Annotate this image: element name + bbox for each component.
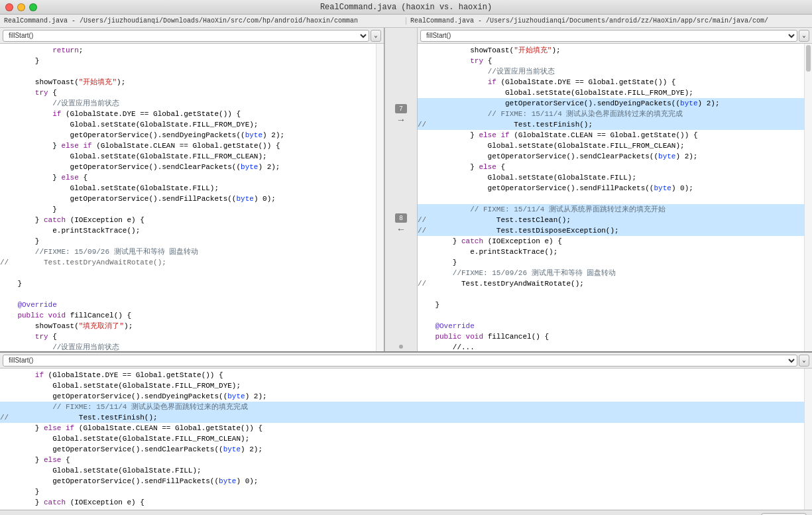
minimize-button[interactable] (17, 3, 25, 11)
path-bar: RealCommand.java - /Users/jiuzhoudianqi/… (0, 15, 812, 28)
left-method-select[interactable]: fillStart() (3, 30, 369, 42)
right-scroll-btn[interactable]: ⌄ (799, 30, 809, 42)
connector-7: 7 → (395, 104, 407, 125)
bottom-code-lines: if (GlobalState.DYE == Global.getState()… (0, 369, 812, 510)
connector-8-label: 8 (395, 213, 407, 223)
bottom-scroll-btn[interactable]: ⌄ (799, 355, 809, 367)
right-toolbar: fillStart() ⌄ (418, 28, 812, 44)
left-path: RealCommand.java - /Users/jiuzhoudianqi/… (0, 17, 406, 25)
actions-button[interactable]: Actions ▼ (761, 513, 807, 516)
left-code-lines: return; } showToast("开始填充"); try { //设置应… (0, 44, 384, 351)
close-button[interactable] (5, 3, 13, 11)
connector-7-label: 7 (395, 104, 407, 113)
right-scrollbar-thumb[interactable] (806, 45, 811, 72)
window-title: RealCommand.java (haoxin vs. haoxin) (320, 3, 492, 12)
left-code-content[interactable]: return; } showToast("开始填充"); try { //设置应… (0, 44, 384, 351)
right-path: RealCommand.java - /Users/jiuzhoudianqi/… (406, 17, 812, 25)
left-toolbar: fillStart() ⌄ (0, 28, 384, 44)
right-arrow-7: → (398, 115, 404, 125)
title-bar: RealCommand.java (haoxin vs. haoxin) (0, 0, 812, 15)
status-bar: status: 11 differences Actions ▼ (0, 510, 812, 515)
top-section: fillStart() ⌄ return; } showToast("开始填充"… (0, 28, 812, 353)
bottom-section: fillStart() ⌄ if (GlobalState.DYE == Glo… (0, 353, 812, 510)
sep-dot (399, 345, 403, 349)
diff-connector: 7 → 8 ← (384, 28, 418, 351)
left-scrollbar[interactable] (376, 44, 384, 351)
left-scroll-btn[interactable]: ⌄ (371, 30, 381, 42)
right-method-select[interactable]: fillStart() (420, 30, 797, 42)
bottom-method-select[interactable]: fillStart() (3, 355, 797, 367)
actions-container: Actions ▼ (761, 513, 807, 516)
window-controls (5, 3, 37, 11)
right-scrollbar[interactable] (804, 44, 812, 351)
right-code-panel: fillStart() ⌄ showToast("开始填充"); try { /… (418, 28, 812, 351)
maximize-button[interactable] (29, 3, 37, 11)
right-code-lines: showToast("开始填充"); try { //设置应用当前状态 if (… (418, 44, 812, 351)
bottom-toolbar: fillStart() ⌄ (0, 353, 812, 369)
bottom-code-content[interactable]: if (GlobalState.DYE == Global.getState()… (0, 369, 812, 510)
connector-8: 8 ← (395, 213, 407, 235)
window: RealCommand.java (haoxin vs. haoxin) Rea… (0, 0, 812, 515)
bottom-scrollbar[interactable] (804, 369, 812, 510)
left-code-panel: fillStart() ⌄ return; } showToast("开始填充"… (0, 28, 384, 351)
left-arrow-8: ← (398, 224, 404, 235)
right-code-content[interactable]: showToast("开始填充"); try { //设置应用当前状态 if (… (418, 44, 812, 351)
